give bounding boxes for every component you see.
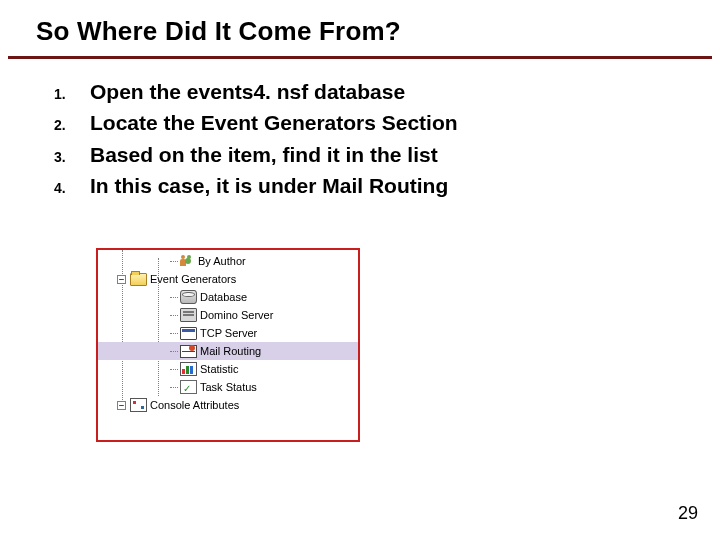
- tree-node-label: Database: [200, 288, 247, 306]
- list-number: 3.: [54, 148, 90, 167]
- tree-node[interactable]: By Author: [98, 252, 358, 270]
- tree-node-label: Event Generators: [150, 270, 236, 288]
- tree-node[interactable]: Task Status: [98, 378, 358, 396]
- tree-node[interactable]: Database: [98, 288, 358, 306]
- list-number: 2.: [54, 116, 90, 135]
- tcp-icon: [180, 327, 197, 340]
- folder-open-icon: [130, 273, 147, 286]
- tree-node-label: Mail Routing: [200, 342, 261, 360]
- list-item: 4. In this case, it is under Mail Routin…: [54, 172, 654, 200]
- server-icon: [180, 308, 197, 322]
- tree-guide-twig: [170, 369, 178, 370]
- list-text: Based on the item, find it in the list: [90, 141, 654, 169]
- task-icon: [180, 380, 197, 394]
- tree-node[interactable]: −Event Generators: [98, 270, 358, 288]
- tree-guide-twig: [170, 333, 178, 334]
- tree-guide-twig: [170, 297, 178, 298]
- list-number: 1.: [54, 85, 90, 104]
- tree-node-label: By Author: [198, 252, 246, 270]
- tree-guide-twig: [170, 351, 178, 352]
- tree-node[interactable]: Domino Server: [98, 306, 358, 324]
- list-number: 4.: [54, 179, 90, 198]
- page-number: 29: [678, 503, 698, 524]
- title-divider: [8, 56, 712, 59]
- tree-node-label: Statistic: [200, 360, 239, 378]
- tree-guide-twig: [170, 387, 178, 388]
- database-icon: [180, 290, 197, 304]
- list-item: 1. Open the events4. nsf database: [54, 78, 654, 106]
- list-text: Locate the Event Generators Section: [90, 109, 654, 137]
- list-item: 3. Based on the item, find it in the lis…: [54, 141, 654, 169]
- slide-title: So Where Did It Come From?: [36, 16, 401, 47]
- list-text: In this case, it is under Mail Routing: [90, 172, 654, 200]
- tree-node-label: TCP Server: [200, 324, 257, 342]
- tree-view: By Author−Event GeneratorsDatabaseDomino…: [98, 250, 358, 416]
- collapse-toggle-icon[interactable]: −: [117, 401, 126, 410]
- tree-guide-twig: [170, 315, 178, 316]
- tree-node[interactable]: −Console Attributes: [98, 396, 358, 414]
- people-icon: [180, 255, 195, 267]
- tree-guide-twig: [170, 261, 178, 262]
- tree-node-label: Task Status: [200, 378, 257, 396]
- statistic-icon: [180, 362, 197, 376]
- mail-icon: [180, 345, 197, 358]
- list-text: Open the events4. nsf database: [90, 78, 654, 106]
- list-item: 2. Locate the Event Generators Section: [54, 109, 654, 137]
- console-icon: [130, 398, 147, 412]
- tree-node[interactable]: TCP Server: [98, 324, 358, 342]
- tree-node-label: Console Attributes: [150, 396, 239, 414]
- tree-view-screenshot: By Author−Event GeneratorsDatabaseDomino…: [96, 248, 360, 442]
- tree-node[interactable]: Mail Routing: [98, 342, 358, 360]
- slide: So Where Did It Come From? 1. Open the e…: [0, 0, 720, 540]
- collapse-toggle-icon[interactable]: −: [117, 275, 126, 284]
- tree-node[interactable]: Statistic: [98, 360, 358, 378]
- tree-node-label: Domino Server: [200, 306, 273, 324]
- numbered-list: 1. Open the events4. nsf database 2. Loc…: [54, 78, 654, 203]
